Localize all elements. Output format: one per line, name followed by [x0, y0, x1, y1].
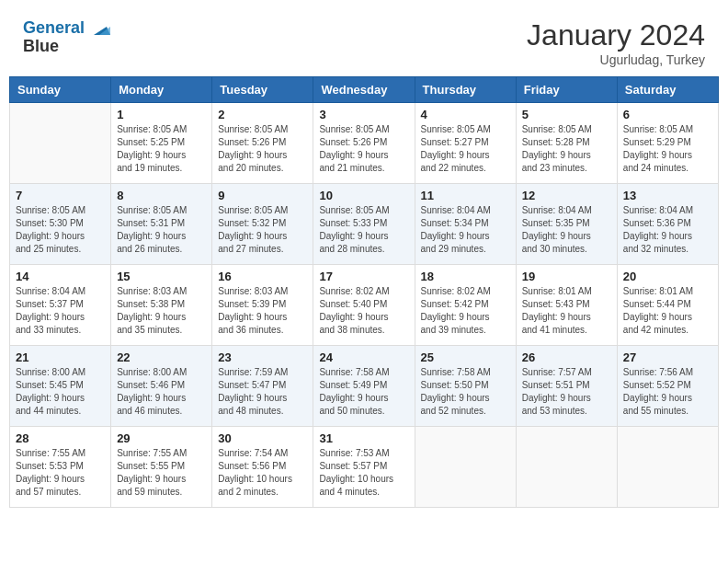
- calendar-cell: 19Sunrise: 8:01 AM Sunset: 5:43 PM Dayli…: [516, 265, 617, 346]
- day-number: 6: [623, 108, 712, 121]
- weekday-header-saturday: Saturday: [617, 77, 718, 103]
- day-info: Sunrise: 8:02 AM Sunset: 5:42 PM Dayligh…: [421, 285, 510, 337]
- day-number: 5: [522, 108, 611, 121]
- calendar-week-row: 7Sunrise: 8:05 AM Sunset: 5:30 PM Daylig…: [10, 184, 719, 265]
- calendar-cell: 28Sunrise: 7:55 AM Sunset: 5:53 PM Dayli…: [10, 427, 111, 508]
- calendar-cell: 3Sunrise: 8:05 AM Sunset: 5:26 PM Daylig…: [313, 103, 415, 184]
- day-info: Sunrise: 8:00 AM Sunset: 5:46 PM Dayligh…: [117, 366, 206, 418]
- calendar-cell: 14Sunrise: 8:04 AM Sunset: 5:37 PM Dayli…: [10, 265, 111, 346]
- calendar-cell: 9Sunrise: 8:05 AM Sunset: 5:32 PM Daylig…: [212, 184, 313, 265]
- day-info: Sunrise: 8:05 AM Sunset: 5:31 PM Dayligh…: [117, 204, 206, 256]
- calendar-cell: 16Sunrise: 8:03 AM Sunset: 5:39 PM Dayli…: [212, 265, 313, 346]
- day-info: Sunrise: 7:59 AM Sunset: 5:47 PM Dayligh…: [218, 366, 307, 418]
- day-info: Sunrise: 8:05 AM Sunset: 5:32 PM Dayligh…: [218, 204, 307, 256]
- calendar-week-row: 28Sunrise: 7:55 AM Sunset: 5:53 PM Dayli…: [10, 427, 719, 508]
- day-number: 21: [16, 350, 105, 364]
- calendar-cell: [617, 427, 718, 508]
- day-info: Sunrise: 8:05 AM Sunset: 5:28 PM Dayligh…: [522, 123, 611, 175]
- day-info: Sunrise: 7:58 AM Sunset: 5:50 PM Dayligh…: [421, 366, 510, 418]
- calendar-cell: 1Sunrise: 8:05 AM Sunset: 5:25 PM Daylig…: [111, 103, 212, 184]
- day-number: 19: [522, 270, 611, 283]
- weekday-header-friday: Friday: [516, 77, 617, 103]
- day-number: 22: [117, 350, 206, 364]
- day-info: Sunrise: 8:03 AM Sunset: 5:38 PM Dayligh…: [117, 285, 206, 337]
- logo-text: General: [23, 18, 110, 39]
- calendar-week-row: 14Sunrise: 8:04 AM Sunset: 5:37 PM Dayli…: [10, 265, 719, 346]
- day-info: Sunrise: 8:05 AM Sunset: 5:30 PM Dayligh…: [16, 204, 105, 256]
- calendar-cell: 24Sunrise: 7:58 AM Sunset: 5:49 PM Dayli…: [313, 346, 415, 427]
- day-info: Sunrise: 8:02 AM Sunset: 5:40 PM Dayligh…: [319, 285, 408, 337]
- page-header: General Blue January 2024 Ugurludag, Tur…: [9, 9, 719, 72]
- day-info: Sunrise: 7:53 AM Sunset: 5:57 PM Dayligh…: [319, 447, 408, 499]
- day-info: Sunrise: 7:55 AM Sunset: 5:55 PM Dayligh…: [117, 447, 206, 499]
- calendar-cell: 27Sunrise: 7:56 AM Sunset: 5:52 PM Dayli…: [617, 346, 718, 427]
- day-number: 18: [421, 270, 510, 283]
- day-number: 3: [319, 108, 408, 121]
- calendar-cell: 7Sunrise: 8:05 AM Sunset: 5:30 PM Daylig…: [10, 184, 111, 265]
- calendar-cell: 30Sunrise: 7:54 AM Sunset: 5:56 PM Dayli…: [212, 427, 313, 508]
- day-number: 9: [218, 189, 307, 202]
- calendar-cell: 26Sunrise: 7:57 AM Sunset: 5:51 PM Dayli…: [516, 346, 617, 427]
- calendar-cell: 15Sunrise: 8:03 AM Sunset: 5:38 PM Dayli…: [111, 265, 212, 346]
- calendar-cell: 5Sunrise: 8:05 AM Sunset: 5:28 PM Daylig…: [516, 103, 617, 184]
- day-info: Sunrise: 8:04 AM Sunset: 5:34 PM Dayligh…: [421, 204, 510, 256]
- day-number: 8: [117, 189, 206, 202]
- day-info: Sunrise: 8:05 AM Sunset: 5:27 PM Dayligh…: [421, 123, 510, 175]
- calendar-body: 1Sunrise: 8:05 AM Sunset: 5:25 PM Daylig…: [10, 103, 719, 508]
- day-number: 7: [16, 189, 105, 202]
- calendar-cell: 2Sunrise: 8:05 AM Sunset: 5:26 PM Daylig…: [212, 103, 313, 184]
- calendar-cell: [415, 427, 516, 508]
- day-info: Sunrise: 8:05 AM Sunset: 5:25 PM Dayligh…: [117, 123, 206, 175]
- calendar-cell: 29Sunrise: 7:55 AM Sunset: 5:55 PM Dayli…: [111, 427, 212, 508]
- calendar-cell: [516, 427, 617, 508]
- title-section: January 2024 Ugurludag, Turkey: [527, 18, 705, 67]
- weekday-header-monday: Monday: [111, 77, 212, 103]
- day-info: Sunrise: 7:58 AM Sunset: 5:49 PM Dayligh…: [319, 366, 408, 418]
- day-number: 31: [319, 431, 408, 445]
- day-number: 2: [218, 108, 307, 121]
- day-info: Sunrise: 8:05 AM Sunset: 5:29 PM Dayligh…: [623, 123, 712, 175]
- day-number: 1: [117, 108, 206, 121]
- calendar-header: SundayMondayTuesdayWednesdayThursdayFrid…: [10, 77, 719, 103]
- day-number: 12: [522, 189, 611, 202]
- day-info: Sunrise: 8:00 AM Sunset: 5:45 PM Dayligh…: [16, 366, 105, 418]
- day-number: 27: [623, 350, 712, 364]
- day-number: 29: [117, 431, 206, 445]
- calendar-week-row: 1Sunrise: 8:05 AM Sunset: 5:25 PM Daylig…: [10, 103, 719, 184]
- calendar-cell: 25Sunrise: 7:58 AM Sunset: 5:50 PM Dayli…: [415, 346, 516, 427]
- calendar-table: SundayMondayTuesdayWednesdayThursdayFrid…: [9, 76, 719, 508]
- day-info: Sunrise: 8:04 AM Sunset: 5:35 PM Dayligh…: [522, 204, 611, 256]
- calendar-cell: 6Sunrise: 8:05 AM Sunset: 5:29 PM Daylig…: [617, 103, 718, 184]
- day-number: 17: [319, 270, 408, 283]
- calendar-cell: 20Sunrise: 8:01 AM Sunset: 5:44 PM Dayli…: [617, 265, 718, 346]
- day-info: Sunrise: 7:57 AM Sunset: 5:51 PM Dayligh…: [522, 366, 611, 418]
- logo-line2: Blue: [23, 37, 110, 56]
- day-number: 10: [319, 189, 408, 202]
- day-number: 11: [421, 189, 510, 202]
- day-number: 20: [623, 270, 712, 283]
- calendar-cell: 10Sunrise: 8:05 AM Sunset: 5:33 PM Dayli…: [313, 184, 415, 265]
- day-info: Sunrise: 8:03 AM Sunset: 5:39 PM Dayligh…: [218, 285, 307, 337]
- calendar-cell: 23Sunrise: 7:59 AM Sunset: 5:47 PM Dayli…: [212, 346, 313, 427]
- calendar-cell: 21Sunrise: 8:00 AM Sunset: 5:45 PM Dayli…: [10, 346, 111, 427]
- day-number: 14: [16, 270, 105, 283]
- month-title: January 2024: [527, 18, 705, 52]
- day-number: 30: [218, 431, 307, 445]
- calendar-cell: [10, 103, 111, 184]
- day-number: 28: [16, 431, 105, 445]
- day-info: Sunrise: 8:04 AM Sunset: 5:37 PM Dayligh…: [16, 285, 105, 337]
- calendar-cell: 18Sunrise: 8:02 AM Sunset: 5:42 PM Dayli…: [415, 265, 516, 346]
- day-number: 23: [218, 350, 307, 364]
- day-info: Sunrise: 7:55 AM Sunset: 5:53 PM Dayligh…: [16, 447, 105, 499]
- logo-icon: [90, 18, 110, 39]
- weekday-header-tuesday: Tuesday: [212, 77, 313, 103]
- day-info: Sunrise: 8:04 AM Sunset: 5:36 PM Dayligh…: [623, 204, 712, 256]
- calendar-cell: 22Sunrise: 8:00 AM Sunset: 5:46 PM Dayli…: [111, 346, 212, 427]
- location: Ugurludag, Turkey: [527, 52, 705, 67]
- calendar-cell: 31Sunrise: 7:53 AM Sunset: 5:57 PM Dayli…: [313, 427, 415, 508]
- day-info: Sunrise: 8:05 AM Sunset: 5:26 PM Dayligh…: [319, 123, 408, 175]
- weekday-header-thursday: Thursday: [415, 77, 516, 103]
- day-info: Sunrise: 8:05 AM Sunset: 5:33 PM Dayligh…: [319, 204, 408, 256]
- calendar-cell: 12Sunrise: 8:04 AM Sunset: 5:35 PM Dayli…: [516, 184, 617, 265]
- logo: General Blue: [23, 18, 110, 56]
